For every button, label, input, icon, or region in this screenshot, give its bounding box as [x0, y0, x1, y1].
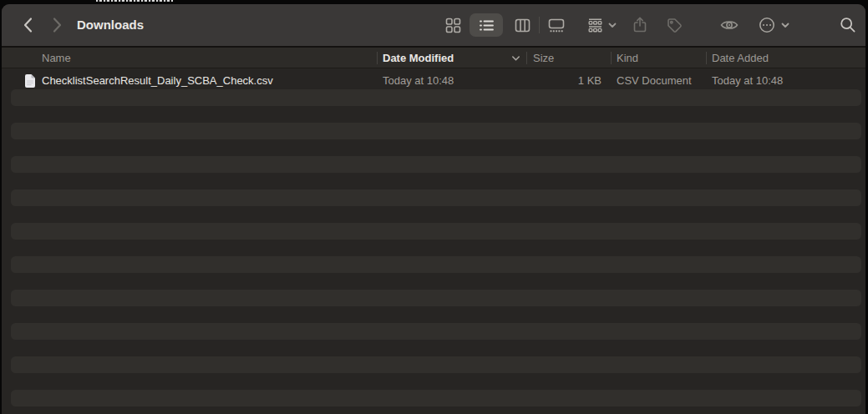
- alt-row-stripe: [11, 123, 861, 139]
- back-icon: [23, 17, 33, 33]
- alt-row-stripe: [11, 323, 861, 340]
- tag-icon: [667, 18, 683, 33]
- file-name: ChecklistSearchResult_Daily_SCBA_Check.c…: [42, 73, 273, 89]
- column-header-date-modified[interactable]: Date Modified: [383, 48, 454, 68]
- search-icon: [840, 17, 856, 33]
- column-header-kind[interactable]: Kind: [617, 48, 638, 68]
- column-header-size[interactable]: Size: [533, 48, 554, 68]
- icon-view-button[interactable]: [438, 4, 468, 46]
- alt-row-stripe: [11, 223, 861, 240]
- search-button[interactable]: [833, 4, 863, 46]
- column-divider: [611, 52, 612, 64]
- toolbar-separator: [539, 17, 540, 33]
- column-divider: [526, 52, 527, 64]
- forward-button[interactable]: [48, 4, 66, 46]
- share-button[interactable]: [625, 4, 655, 46]
- finder-window: Downloads: [2, 4, 865, 414]
- group-by-chevron-down-icon[interactable]: [606, 4, 619, 46]
- alt-row-stripe: [11, 390, 861, 406]
- column-header-row: Name Date Modified Size Kind Date Added: [2, 48, 865, 68]
- alt-row-stripe: [11, 189, 861, 206]
- column-view-button[interactable]: [507, 4, 537, 46]
- alt-row-stripe: [11, 256, 861, 273]
- column-header-name[interactable]: Name: [42, 48, 71, 68]
- list-view-icon: [479, 18, 495, 33]
- alt-row-stripe: [11, 290, 861, 306]
- icon-view-icon: [445, 18, 461, 33]
- column-divider: [706, 52, 707, 64]
- eye-icon: [720, 18, 739, 32]
- file-list: ChecklistSearchResult_Daily_SCBA_Check.c…: [2, 69, 865, 414]
- toolbar: Downloads: [2, 4, 865, 46]
- file-date-modified: Today at 10:48: [383, 73, 454, 89]
- sort-chevron-down-icon[interactable]: [511, 48, 520, 68]
- forward-icon: [52, 17, 63, 33]
- back-button[interactable]: [18, 4, 37, 46]
- more-actions-button[interactable]: [752, 4, 782, 46]
- ellipsis-circle-icon: [758, 16, 776, 34]
- quick-look-button[interactable]: [714, 4, 744, 46]
- file-row[interactable]: ChecklistSearchResult_Daily_SCBA_Check.c…: [2, 73, 865, 89]
- alt-row-stripe: [11, 156, 861, 173]
- window-title: Downloads: [77, 4, 144, 46]
- file-date-added: Today at 10:48: [712, 73, 783, 89]
- csv-document-icon: [24, 74, 35, 91]
- alt-row-stripe: [11, 356, 861, 373]
- column-divider: [377, 52, 378, 64]
- alt-row-stripe: [11, 89, 861, 106]
- file-size: 1 KB: [525, 73, 602, 89]
- tag-button[interactable]: [659, 4, 689, 46]
- clipped-text-artifact: [96, 0, 173, 2]
- list-view-button[interactable]: [470, 4, 503, 46]
- gallery-view-button[interactable]: [541, 4, 571, 46]
- more-actions-chevron-down-icon[interactable]: [779, 4, 792, 46]
- file-kind: CSV Document: [617, 73, 692, 89]
- column-header-date-added[interactable]: Date Added: [712, 48, 769, 68]
- screen: Downloads: [0, 0, 868, 414]
- column-view-icon: [515, 18, 530, 33]
- group-by-icon: [587, 18, 603, 33]
- share-icon: [632, 17, 647, 33]
- gallery-view-icon: [548, 18, 565, 33]
